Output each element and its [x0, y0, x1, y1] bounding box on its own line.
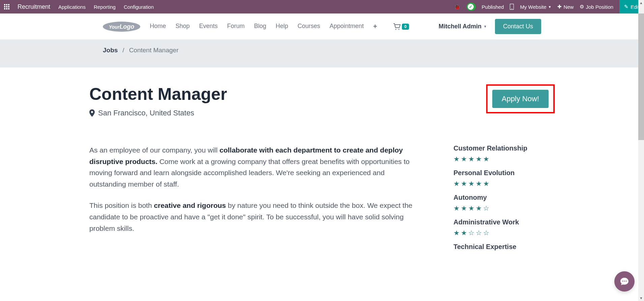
breadcrumb-sep: / — [122, 47, 124, 54]
apply-button[interactable]: Apply Now! — [492, 90, 549, 108]
job-body: As an employee of our company, you will … — [89, 144, 555, 257]
site-header: YourLogo Home Shop Events Forum Blog Hel… — [0, 13, 644, 40]
caret-down-icon: ▼ — [548, 5, 552, 9]
cart-count: 0 — [402, 24, 409, 30]
new-button[interactable]: ✚ New — [557, 4, 574, 10]
breadcrumb-current: Content Manager — [129, 47, 179, 54]
caret-down-icon: ▼ — [484, 25, 487, 28]
star-filled-icon: ★ — [468, 180, 474, 188]
star-filled-icon: ★ — [453, 180, 460, 188]
rating-label: Technical Expertise — [453, 243, 555, 251]
contact-button[interactable]: Contact Us — [495, 19, 541, 34]
star-filled-icon: ★ — [461, 204, 467, 212]
admin-right: 🐞 ✓ Published My Website ▼ ✚ New ⚙ Job P… — [454, 0, 640, 13]
star-empty-icon: ☆ — [476, 229, 482, 237]
rating-label: Administrative Work — [453, 218, 555, 226]
star-filled-icon: ★ — [483, 180, 489, 188]
rating-item: Customer Relationship★★★★★ — [453, 144, 555, 163]
admin-link-configuration[interactable]: Configuration — [124, 4, 154, 10]
admin-title[interactable]: Recruitment — [18, 3, 50, 10]
star-filled-icon: ★ — [483, 155, 489, 163]
cart-button[interactable]: 0 — [393, 23, 409, 30]
publish-toggle[interactable]: ✓ — [467, 3, 476, 11]
job-location: San Francisco, United States — [89, 109, 227, 117]
star-filled-icon: ★ — [453, 155, 460, 163]
job-position-button[interactable]: ⚙ Job Position — [580, 4, 613, 10]
rating-stars: ★★★★☆ — [453, 204, 555, 212]
nav-home[interactable]: Home — [150, 23, 166, 30]
published-label: Published — [482, 4, 504, 10]
apply-highlight: Apply Now! — [486, 84, 555, 113]
admin-link-applications[interactable]: Applications — [58, 4, 86, 10]
star-filled-icon: ★ — [461, 155, 467, 163]
nav-forum[interactable]: Forum — [227, 23, 244, 30]
scrollbar-thumb[interactable] — [638, 13, 644, 140]
admin-bar: Recruitment Applications Reporting Confi… — [0, 0, 644, 13]
nav-add-icon[interactable]: + — [373, 23, 377, 30]
rating-item: Technical Expertise — [453, 243, 555, 251]
star-filled-icon: ★ — [461, 229, 467, 237]
pencil-icon: ✎ — [624, 4, 628, 10]
job-header: Content Manager San Francisco, United St… — [89, 84, 555, 117]
rating-item: Autonomy★★★★☆ — [453, 194, 555, 212]
nav-help[interactable]: Help — [276, 23, 288, 30]
rating-label: Personal Evolution — [453, 169, 555, 177]
star-filled-icon: ★ — [468, 155, 474, 163]
rating-item: Administrative Work★★☆☆☆ — [453, 218, 555, 237]
my-website-dropdown[interactable]: My Website ▼ — [520, 4, 551, 10]
breadcrumb-jobs[interactable]: Jobs — [103, 47, 118, 54]
job-description: As an employee of our company, you will … — [89, 144, 420, 257]
star-filled-icon: ★ — [453, 204, 460, 212]
star-filled-icon: ★ — [476, 204, 482, 212]
check-icon: ✓ — [468, 4, 474, 10]
mobile-icon[interactable] — [510, 4, 514, 10]
nav-shop[interactable]: Shop — [175, 23, 189, 30]
bug-icon[interactable]: 🐞 — [454, 4, 461, 10]
star-filled-icon: ★ — [476, 155, 482, 163]
ratings-panel: Customer Relationship★★★★★Personal Evolu… — [453, 144, 555, 257]
job-section: Content Manager San Francisco, United St… — [89, 67, 555, 267]
star-empty-icon: ☆ — [483, 229, 489, 237]
nav-blog[interactable]: Blog — [254, 23, 266, 30]
user-dropdown[interactable]: Mitchell Admin ▼ — [439, 23, 487, 30]
admin-left: Recruitment Applications Reporting Confi… — [4, 3, 154, 10]
rating-label: Autonomy — [453, 194, 555, 201]
rating-stars: ★★★★★ — [453, 180, 555, 188]
nav-courses[interactable]: Courses — [298, 23, 320, 30]
star-filled-icon: ★ — [468, 204, 474, 212]
nav-appointment[interactable]: Appointment — [330, 23, 364, 30]
apps-icon[interactable] — [4, 4, 9, 9]
gear-icon: ⚙ — [580, 4, 584, 10]
job-paragraph-1: As an employee of our company, you will … — [89, 144, 420, 190]
rating-stars: ★★☆☆☆ — [453, 229, 555, 237]
location-icon — [89, 109, 95, 117]
admin-link-reporting[interactable]: Reporting — [94, 4, 116, 10]
rating-item: Personal Evolution★★★★★ — [453, 169, 555, 188]
nav-links: Home Shop Events Forum Blog Help Courses… — [150, 23, 377, 30]
star-filled-icon: ★ — [476, 180, 482, 188]
job-title: Content Manager — [89, 84, 227, 104]
star-empty-icon: ☆ — [483, 204, 489, 212]
nav-events[interactable]: Events — [199, 23, 217, 30]
rating-label: Customer Relationship — [453, 144, 555, 152]
breadcrumb-bar: Jobs / Content Manager — [0, 40, 644, 67]
svg-point-1 — [511, 8, 512, 9]
plus-icon: ✚ — [557, 4, 562, 10]
site-logo[interactable]: YourLogo — [103, 22, 140, 32]
svg-point-3 — [399, 29, 400, 30]
star-filled-icon: ★ — [453, 229, 460, 237]
svg-point-2 — [396, 29, 397, 30]
scrollbar-up-icon[interactable]: ▲ — [638, 0, 644, 6]
rating-stars: ★★★★★ — [453, 155, 555, 163]
star-empty-icon: ☆ — [468, 229, 474, 237]
scrollbar[interactable]: ▲ ▼ — [638, 0, 644, 267]
star-filled-icon: ★ — [461, 180, 467, 188]
breadcrumb: Jobs / Content Manager — [103, 47, 541, 54]
job-paragraph-2: This position is both creative and rigor… — [89, 200, 420, 234]
